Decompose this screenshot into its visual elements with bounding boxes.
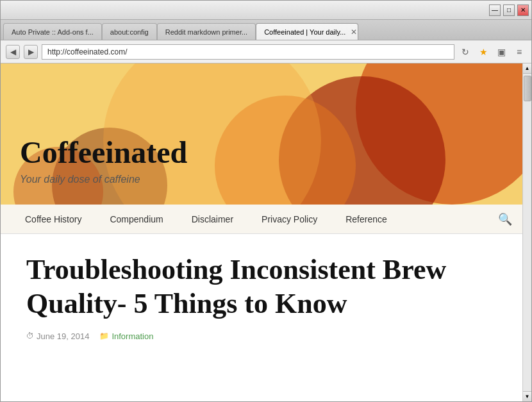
close-button[interactable]: ✕	[517, 4, 529, 16]
tab-coffeeinated[interactable]: Coffeeinated | Your daily... ✕	[256, 23, 358, 40]
address-bar: ◀ ▶ http://coffeeinated.com/ ↻ ★ ▣ ≡	[1, 40, 531, 63]
title-bar: — □ ✕	[1, 1, 531, 20]
header-text: Coffeeinated Your daily dose of caffeine	[20, 136, 187, 185]
back-button[interactable]: ◀	[6, 45, 20, 59]
site-nav: Coffee History Compendium Disclaimer Pri…	[1, 205, 522, 234]
nav-item-privacy-policy[interactable]: Privacy Policy	[247, 205, 331, 234]
article-date: ⏱ June 19, 2014	[26, 331, 89, 341]
nav-item-compendium[interactable]: Compendium	[96, 205, 177, 234]
tab-reddit-markdown[interactable]: Reddit markdown primer...	[157, 23, 256, 40]
nav-item-coffee-history[interactable]: Coffee History	[11, 205, 96, 234]
url-input[interactable]: http://coffeeinated.com/	[42, 44, 454, 60]
scroll-down-arrow[interactable]: ▼	[523, 391, 532, 401]
nav-item-reference[interactable]: Reference	[331, 205, 401, 234]
bookmark-star-icon[interactable]: ★	[476, 45, 490, 59]
refresh-icon[interactable]: ↻	[458, 45, 472, 59]
site-tagline: Your daily dose of caffeine	[20, 174, 187, 185]
nav-items: Coffee History Compendium Disclaimer Pri…	[11, 205, 498, 234]
browser-window: — □ ✕ Auto Private :: Add-ons f... about…	[0, 0, 532, 402]
article-category[interactable]: 📁 Information	[99, 331, 153, 341]
tab-auto-private[interactable]: Auto Private :: Add-ons f...	[3, 23, 102, 40]
article-meta: ⏱ June 19, 2014 📁 Information	[26, 331, 497, 341]
forward-button[interactable]: ▶	[24, 45, 38, 59]
minimize-button[interactable]: —	[489, 4, 501, 16]
tab-about-config[interactable]: about:config	[102, 23, 157, 40]
maximize-button[interactable]: □	[503, 4, 515, 16]
window-controls: — □ ✕	[489, 4, 529, 16]
site-header: Coffeeinated Your daily dose of caffeine	[1, 63, 522, 205]
nav-item-disclaimer[interactable]: Disclaimer	[178, 205, 247, 234]
scroll-thumb[interactable]	[524, 76, 531, 101]
tab-bar: Auto Private :: Add-ons f... about:confi…	[1, 20, 531, 40]
folder-icon: 📁	[99, 331, 109, 340]
scroll-up-arrow[interactable]: ▲	[523, 63, 532, 74]
clock-icon: ⏱	[26, 331, 34, 340]
screenshot-icon[interactable]: ▣	[494, 45, 508, 59]
scroll-track	[523, 74, 531, 391]
toolbar-icons: ↻ ★ ▣ ≡	[458, 45, 526, 59]
article-content: Troubleshooting Inconsistent Brew Qualit…	[1, 234, 522, 360]
page-content: Coffeeinated Your daily dose of caffeine…	[1, 63, 531, 401]
article-title: Troubleshooting Inconsistent Brew Qualit…	[26, 253, 497, 321]
search-icon[interactable]: 🔍	[498, 212, 512, 226]
page-inner: Coffeeinated Your daily dose of caffeine…	[1, 63, 522, 401]
tab-close-icon[interactable]: ✕	[351, 28, 357, 37]
scrollbar: ▲ ▼	[522, 63, 531, 401]
site-title: Coffeeinated	[20, 136, 187, 170]
menu-icon[interactable]: ≡	[512, 45, 526, 59]
